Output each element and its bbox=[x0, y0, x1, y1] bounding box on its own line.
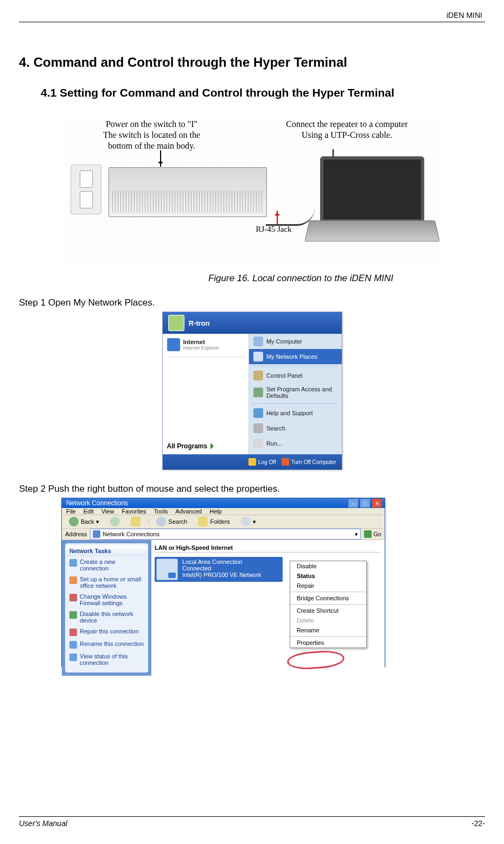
callout-connect-cable: Connect the repeater to a computer Using… bbox=[271, 119, 423, 141]
menu-advanced[interactable]: Advanced bbox=[175, 508, 202, 515]
task-label: Create a new connection bbox=[80, 559, 144, 572]
forward-button[interactable] bbox=[106, 515, 124, 528]
connection-item[interactable]: Local Area Connection Connected Intel(R)… bbox=[155, 557, 283, 582]
back-label: Back bbox=[81, 518, 94, 525]
forward-icon bbox=[110, 517, 120, 526]
control-panel-icon bbox=[253, 371, 263, 380]
wall-outlet-icon bbox=[71, 164, 101, 214]
task-rename[interactable]: Rename this connection bbox=[65, 638, 148, 651]
minimize-button[interactable]: – bbox=[348, 498, 359, 508]
task-create-connection[interactable]: Create a new connection bbox=[65, 556, 148, 574]
task-disable-device[interactable]: Disable this network device bbox=[65, 608, 148, 626]
menu-help[interactable]: Help bbox=[209, 508, 222, 515]
close-button[interactable]: ✕ bbox=[372, 498, 382, 508]
separator bbox=[290, 604, 366, 605]
start-menu-item-program-access[interactable]: Set Program Access and Defaults bbox=[249, 383, 342, 402]
page: iDEN MINI 4. Command and Control through… bbox=[0, 0, 504, 844]
start-menu-item-label: Control Panel bbox=[266, 372, 303, 379]
sidebar: Network Tasks Create a new connection Se… bbox=[62, 540, 151, 676]
menu-item-bridge[interactable]: Bridge Connections bbox=[290, 593, 366, 603]
start-menu: R-tron Internet Internet Explorer All Pr… bbox=[162, 312, 342, 470]
separator bbox=[252, 403, 339, 404]
start-menu-item-run[interactable]: Run... bbox=[249, 436, 342, 451]
window-buttons: – □ ✕ bbox=[348, 498, 382, 508]
task-repair[interactable]: Repair this connection bbox=[65, 626, 148, 638]
start-menu-item-my-network-places[interactable]: My Network Places bbox=[249, 349, 342, 364]
start-menu-item-search[interactable]: Search bbox=[249, 421, 342, 436]
task-firewall[interactable]: Change Windows Firewall settings bbox=[65, 591, 148, 608]
laptop-icon bbox=[309, 156, 434, 243]
menu-item-delete: Delete bbox=[290, 615, 366, 625]
task-icon bbox=[69, 576, 77, 584]
menu-item-shortcut[interactable]: Create Shortcut bbox=[290, 606, 366, 615]
step-1-text: Step 1 Open My Network Places. bbox=[19, 297, 485, 308]
up-button[interactable] bbox=[127, 515, 144, 528]
cable-icon bbox=[266, 208, 315, 226]
header-doc-title: iDEN MINI bbox=[19, 11, 485, 20]
start-menu-left: Internet Internet Explorer All Programs bbox=[163, 334, 249, 454]
menu-item-properties[interactable]: Properties bbox=[290, 638, 366, 648]
task-label: Set up a home or small office network bbox=[80, 576, 144, 589]
back-button[interactable]: Back ▾ bbox=[65, 515, 103, 528]
chevron-down-icon: ▾ bbox=[96, 518, 99, 525]
menu-item-disable[interactable]: Disable bbox=[290, 561, 366, 571]
start-menu-internet-sub: Internet Explorer bbox=[183, 345, 220, 351]
callout-power-switch: Power on the switch to "I" The switch is… bbox=[92, 119, 212, 151]
step-2-text: Step 2 Push the right button of mouse an… bbox=[19, 484, 485, 494]
subsection-title: 4.1 Setting for Command and Control thro… bbox=[41, 86, 485, 99]
start-menu-item-label: Set Program Access and Defaults bbox=[266, 386, 337, 399]
task-setup-network[interactable]: Set up a home or small office network bbox=[65, 574, 148, 591]
start-menu-item-my-computer[interactable]: My Computer bbox=[249, 334, 342, 349]
turnoff-label: Turn Off Computer bbox=[291, 459, 336, 465]
start-menu-item-control-panel[interactable]: Control Panel bbox=[249, 368, 342, 383]
all-programs-label: All Programs bbox=[167, 442, 208, 450]
menu-item-rename[interactable]: Rename bbox=[290, 625, 366, 635]
search-icon bbox=[253, 423, 263, 433]
connection-name: Local Area Connection bbox=[182, 559, 261, 565]
start-menu-footer: Log Off Turn Off Computer bbox=[163, 454, 342, 469]
figure-1-diagram: Power on the switch to "I" The switch is… bbox=[65, 116, 439, 262]
go-button[interactable]: Go bbox=[364, 530, 381, 538]
address-field[interactable]: Network Connections ▾ bbox=[90, 529, 361, 540]
logoff-button[interactable]: Log Off bbox=[248, 458, 276, 466]
network-places-icon bbox=[253, 352, 263, 361]
separator bbox=[290, 636, 366, 637]
menu-item-repair[interactable]: Repair bbox=[290, 581, 366, 591]
turnoff-button[interactable]: Turn Off Computer bbox=[282, 458, 336, 466]
menu-view[interactable]: View bbox=[101, 508, 114, 515]
start-menu-item-help[interactable]: Help and Support bbox=[249, 405, 342, 421]
folders-button[interactable]: Folders bbox=[194, 515, 234, 528]
start-menu-right: My Computer My Network Places Control Pa… bbox=[249, 334, 342, 454]
menu-item-status[interactable]: Status bbox=[290, 571, 366, 581]
window-title: Network Connections bbox=[66, 499, 128, 507]
footer-rule bbox=[19, 816, 485, 817]
network-tasks-header: Network Tasks bbox=[65, 545, 148, 556]
connection-status: Connected bbox=[182, 565, 261, 572]
chevron-down-icon[interactable]: ▾ bbox=[355, 531, 358, 538]
menu-favorites[interactable]: Favorites bbox=[122, 508, 146, 515]
start-menu-all-programs[interactable]: All Programs bbox=[163, 438, 248, 454]
start-menu-internet-title: Internet bbox=[183, 339, 220, 345]
toolbar-separator: | bbox=[148, 518, 149, 525]
task-view-status[interactable]: View status of this connection bbox=[65, 651, 148, 668]
task-icon bbox=[69, 611, 77, 619]
menu-edit[interactable]: Edit bbox=[84, 508, 94, 515]
window-titlebar: Network Connections – □ ✕ bbox=[62, 498, 385, 508]
rj45-label: RJ-45 Jack bbox=[247, 224, 301, 234]
start-menu-internet[interactable]: Internet Internet Explorer bbox=[163, 334, 248, 356]
folders-label: Folders bbox=[210, 518, 230, 525]
views-button[interactable]: ▾ bbox=[237, 515, 260, 528]
start-menu-item-label: Run... bbox=[266, 440, 282, 447]
program-access-icon bbox=[253, 388, 263, 397]
computer-icon bbox=[253, 337, 263, 346]
views-icon bbox=[241, 517, 251, 526]
laptop-keyboard-icon bbox=[304, 220, 439, 242]
task-icon bbox=[69, 559, 77, 567]
start-menu-body: Internet Internet Explorer All Programs … bbox=[163, 334, 342, 454]
folders-icon bbox=[198, 517, 208, 526]
folder-up-icon bbox=[131, 517, 141, 526]
maximize-button[interactable]: □ bbox=[360, 498, 371, 508]
menu-tools[interactable]: Tools bbox=[154, 508, 168, 515]
search-button[interactable]: Search bbox=[152, 515, 191, 528]
menu-file[interactable]: File bbox=[66, 508, 76, 515]
